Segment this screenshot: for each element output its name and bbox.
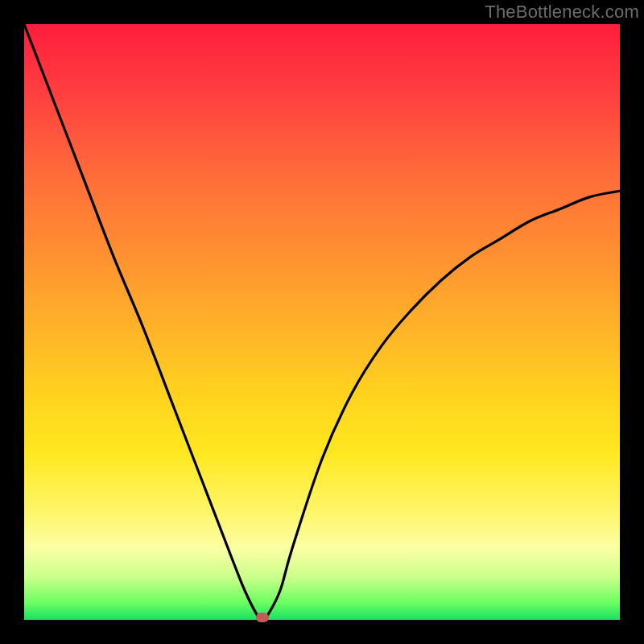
watermark-text: TheBottleneck.com (485, 2, 639, 23)
bottleneck-marker (256, 613, 269, 622)
plot-area (24, 24, 620, 620)
bottleneck-curve (24, 24, 620, 620)
chart-frame (24, 24, 620, 620)
chart-curve-svg (24, 24, 620, 620)
